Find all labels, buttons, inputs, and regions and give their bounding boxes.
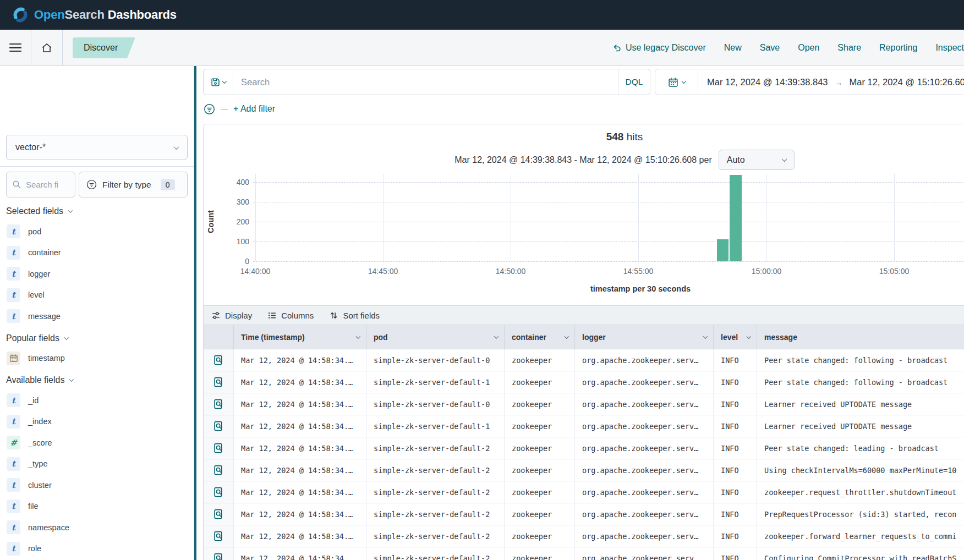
nav-action-save[interactable]: Save [760,43,780,53]
field-type-string-icon: t [7,520,20,534]
field-item-namespace[interactable]: tnamespace [7,520,194,535]
table-header-pod[interactable]: pod [366,325,505,349]
nav-action-inspect[interactable]: Inspect [935,43,964,53]
undo-icon [612,43,622,53]
inspect-document-icon [213,355,224,365]
filter-by-type-label: Filter by type [102,180,151,190]
field-item-_index[interactable]: t_index [7,414,194,429]
cell-container: zookeeper [505,371,575,393]
expand-row-button[interactable] [204,525,234,547]
table-header-logger[interactable]: logger [575,325,714,349]
expand-row-button[interactable] [204,371,234,393]
section-header-available-fields[interactable]: Available fields [6,374,188,386]
query-language-button[interactable]: DQL [618,69,650,95]
cell-logger: org.apache.zookeeper.serv… [575,503,714,525]
x-tick-label: 15:00:00 [742,267,791,276]
search-input[interactable]: Search [233,69,618,95]
saved-query-button[interactable] [204,69,233,95]
nav-action-label: Share [837,43,861,53]
field-item-logger[interactable]: tlogger [7,267,194,281]
histogram-bar[interactable] [717,239,729,261]
cell-logger: org.apache.zookeeper.serv… [575,393,714,415]
toolbar-columns-button[interactable]: Columns [267,311,314,320]
table-header-level[interactable]: level [714,325,757,349]
chevron-down-icon[interactable] [564,334,568,338]
field-type-string-icon: t [7,457,20,471]
section-header-selected-fields[interactable]: Selected fields [6,205,188,217]
chevron-down-icon[interactable] [746,334,751,338]
chevron-down-icon[interactable] [494,334,498,338]
date-from[interactable]: Mar 12, 2024 @ 14:39:38.843 [707,77,828,87]
field-type-string-icon: t [7,309,20,323]
field-item-_id[interactable]: t_id [7,393,194,408]
filter-icon[interactable] [203,103,216,116]
nav-action-reporting[interactable]: Reporting [879,43,917,53]
field-sections: Selected fieldstpodtcontainertloggertlev… [0,205,194,556]
field-item-role[interactable]: trole [7,541,194,556]
home-button[interactable] [31,30,62,65]
add-filter-button[interactable]: + Add filter [233,104,275,114]
interval-select[interactable]: Auto [719,150,795,170]
chevron-down-icon[interactable] [703,334,707,338]
expand-row-button[interactable] [204,437,234,459]
field-item-message[interactable]: tmessage [7,309,194,323]
breadcrumb-discover[interactable]: Discover [73,37,135,58]
table-header-time-timestamp-[interactable]: Time (timestamp) [234,325,366,349]
chevron-down-icon [682,79,686,84]
opensearch-logo-icon [12,7,29,23]
expand-row-button[interactable] [204,459,234,481]
field-item-level[interactable]: tlevel [7,288,194,302]
expand-row-button[interactable] [204,349,234,371]
histogram-chart[interactable]: Count timestamp per 30 seconds 400300200… [204,171,964,300]
chevron-down-icon[interactable] [355,334,360,338]
expand-row-button[interactable] [204,415,234,437]
home-icon [41,42,53,54]
expand-row-button[interactable] [204,503,234,525]
toolbar-sort-fields-button[interactable]: Sort fields [329,311,380,320]
nav-action-use-legacy-discover[interactable]: Use legacy Discover [612,43,706,53]
field-item-pod[interactable]: tpod [7,224,194,239]
expand-row-button[interactable] [204,481,234,503]
nav-action-new[interactable]: New [724,43,742,53]
expand-row-button[interactable] [204,547,234,560]
field-item-container[interactable]: tcontainer [7,245,194,260]
cell-pod: simple-zk-server-default-0 [366,349,505,371]
chart-date-range: Mar 12, 2024 @ 14:39:38.843 - Mar 12, 20… [454,155,711,165]
expand-row-button[interactable] [204,393,234,415]
table-header-message[interactable]: message [757,325,964,349]
table-row: Mar 12, 2024 @ 14:58:34.…simple-zk-serve… [204,547,964,560]
date-range[interactable]: Mar 12, 2024 @ 14:39:38.843 → Mar 12, 20… [698,69,964,95]
menu-button[interactable] [0,30,31,65]
field-item-timestamp[interactable]: timestamp [7,351,194,365]
section-header-popular-fields[interactable]: Popular fields [6,332,188,344]
field-type-string-icon: t [7,288,20,302]
index-pattern-select[interactable]: vector-* [6,135,188,160]
field-item-file[interactable]: tfile [7,499,194,513]
field-item-_score[interactable]: #_score [7,436,194,450]
column-header-label: logger [582,333,606,342]
filter-by-type-button[interactable]: Filter by type 0 [79,172,188,197]
field-item-_type[interactable]: t_type [7,457,194,471]
inspect-document-icon [213,377,224,387]
date-picker: Mar 12, 2024 @ 14:39:38.843 → Mar 12, 20… [655,69,964,95]
nav-action-share[interactable]: Share [837,43,861,53]
cell-container: zookeeper [505,547,575,560]
x-gridline [255,174,256,261]
date-to[interactable]: Mar 12, 2024 @ 15:10:26.608 [850,77,964,87]
field-search-input[interactable]: Search fi [6,172,75,197]
nav-action-open[interactable]: Open [798,43,819,53]
cell-logger: org.apache.zookeeper.serv… [575,415,714,437]
toolbar-display-button[interactable]: Display [211,311,252,320]
field-item-cluster[interactable]: tcluster [7,478,194,492]
date-quick-select-button[interactable] [655,69,698,95]
field-search-placeholder: Search fi [26,180,58,189]
x-gridline [766,174,767,261]
cell-level: INFO [714,393,757,415]
cell-message: Peer state changed: following - broadcas… [757,371,964,393]
histogram-bar[interactable] [730,175,742,261]
nav-action-label: Reporting [879,43,917,53]
cell-time: Mar 12, 2024 @ 14:58:34.… [234,525,366,547]
field-name: file [28,502,39,510]
table-header-container[interactable]: container [505,325,575,349]
chevron-down-icon [174,144,179,150]
